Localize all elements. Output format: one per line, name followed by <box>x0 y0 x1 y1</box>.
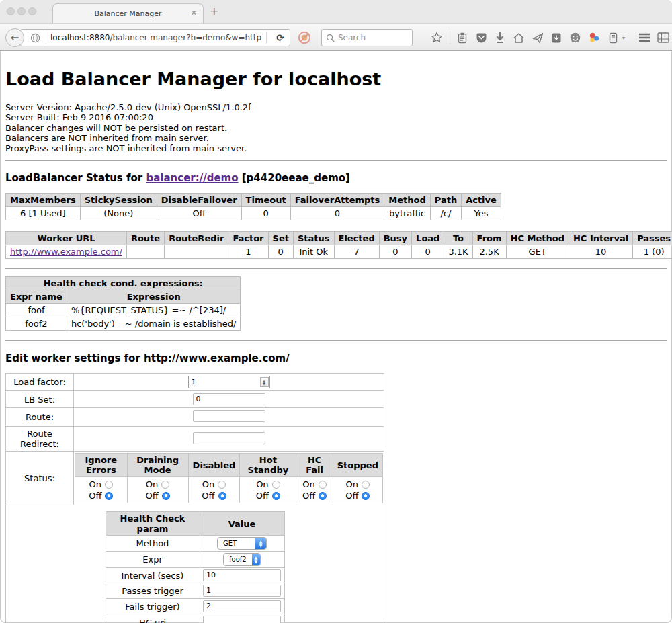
load-factor-input[interactable]: 1 ▲▼ <box>188 376 270 388</box>
smiley-icon[interactable] <box>569 32 582 44</box>
pocket-icon[interactable] <box>475 32 488 44</box>
draining-mode-on-radio[interactable] <box>161 481 169 489</box>
window-minimize-button[interactable] <box>17 7 26 15</box>
hc-interval-label: Interval (secs) <box>106 568 200 583</box>
radio-on-label: On <box>202 479 214 490</box>
hc-method-select[interactable]: GET ▲▼ <box>217 537 267 550</box>
window-close-button[interactable] <box>7 7 15 15</box>
hc-fail-off-radio[interactable] <box>319 492 327 500</box>
cell-failoverattempts: 0 <box>290 207 384 220</box>
server-info: Server Version: Apache/2.5.0-dev (Unix) … <box>5 95 667 153</box>
column-header: Worker URL <box>6 232 127 245</box>
search-placeholder: Search <box>338 33 366 42</box>
hc-interval-input[interactable]: 10 <box>203 569 281 581</box>
reload-icon[interactable]: ⟳ <box>271 32 290 43</box>
route-redirect-label: Route Redirect: <box>6 427 74 452</box>
column-header: Stopped <box>333 454 382 477</box>
tab-title: Balancer Manager <box>94 9 161 18</box>
radio-off-label: Off <box>345 490 358 501</box>
edit-worker-form: Load factor: 1 ▲▼ LB Set: 0 Route: Route… <box>5 373 384 623</box>
clipboard-icon[interactable] <box>456 32 469 44</box>
hot-standby-off-radio[interactable] <box>272 492 280 500</box>
hc-passes-input[interactable]: 1 <box>203 585 281 597</box>
window-zoom-button[interactable] <box>28 7 36 15</box>
send-icon[interactable] <box>532 32 544 44</box>
disabled-off-radio[interactable] <box>218 492 226 500</box>
select-arrows-icon: ▲▼ <box>252 554 260 565</box>
search-icon <box>326 34 335 42</box>
lb-set-input[interactable]: 0 <box>193 393 265 405</box>
hamburger-menu-icon[interactable] <box>638 32 650 44</box>
colored-dots-icon[interactable] <box>588 32 601 44</box>
cell-path: /c/ <box>430 207 461 220</box>
edit-worker-heading: Edit worker settings for http://www.exam… <box>5 352 667 364</box>
column-header: MaxMembers <box>6 194 81 207</box>
cell-expr-name: foof2 <box>6 317 67 331</box>
grid-icon[interactable] <box>657 32 669 44</box>
hc-row-passes: Passes trigger 1 <box>106 583 284 599</box>
toolbar-separator <box>631 32 632 44</box>
hc-uri-label: HC uri <box>106 614 200 623</box>
form-row-route-redirect: Route Redirect: <box>6 427 384 452</box>
status-cell: Ignore Errors Draining Mode Disabled Hot… <box>74 452 384 505</box>
form-row-lb-set: LB Set: 0 <box>6 391 384 408</box>
hc-fail-on-radio[interactable] <box>319 481 327 489</box>
url-domain: localhost:8880 <box>50 33 110 42</box>
ignore-errors-off-radio[interactable] <box>105 492 113 500</box>
download-arrow-icon[interactable] <box>494 32 507 44</box>
column-header: HC Interval <box>569 232 632 245</box>
column-header: To <box>444 232 472 245</box>
number-stepper-icon[interactable]: ▲▼ <box>260 377 269 387</box>
hc-row-interval: Interval (secs) 10 <box>106 568 284 583</box>
tab-balancer-manager[interactable]: Balancer Manager ✕ <box>52 3 204 23</box>
table-title-row: Health check cond. expressions: <box>6 277 241 290</box>
sidebar-panel-icon[interactable] <box>607 32 620 44</box>
column-header: Method <box>384 194 430 207</box>
cell-timeout: 0 <box>241 207 290 220</box>
hc-fails-input[interactable]: 2 <box>203 600 281 612</box>
new-tab-button[interactable]: + <box>210 6 218 17</box>
search-bar[interactable]: Search <box>321 29 413 46</box>
tab-close-icon[interactable]: ✕ <box>191 9 197 17</box>
stopped-on-radio[interactable] <box>362 481 370 489</box>
hot-standby-on-radio[interactable] <box>272 481 280 489</box>
hc-uri-input[interactable] <box>203 616 281 623</box>
chevron-down-icon[interactable]: ▾ <box>622 35 625 41</box>
cell-set: 0 <box>268 245 293 259</box>
star-icon[interactable] <box>431 32 444 44</box>
cell-elected: 7 <box>334 245 379 259</box>
column-header: Busy <box>379 232 411 245</box>
hc-row-fails: Fails trigger) 2 <box>106 599 284 614</box>
worker-status-table: Worker URL Route RouteRedir Factor Set S… <box>5 231 672 259</box>
cell-routeredir <box>165 245 228 259</box>
radio-off-label: Off <box>89 490 101 501</box>
route-input[interactable] <box>193 410 265 422</box>
route-redirect-input[interactable] <box>193 432 265 444</box>
worker-url-link[interactable]: http://www.example.com/ <box>10 247 122 257</box>
cell-worker-url: http://www.example.com/ <box>6 245 127 259</box>
hc-expr-select[interactable]: foof2 ▲▼ <box>223 553 261 566</box>
draining-mode-off-radio[interactable] <box>162 492 170 500</box>
status-stopped-cell: On Off <box>333 477 382 503</box>
status-draining-mode-cell: On Off <box>127 477 188 503</box>
home-icon[interactable] <box>513 32 526 44</box>
tab-bar: Balancer Manager ✕ + <box>0 0 672 23</box>
balancer-demo-link[interactable]: balancer://demo <box>146 172 238 184</box>
inherit-note-line: Balancers are NOT inherited from main se… <box>5 133 667 143</box>
hc-method-value: GET <box>218 538 255 549</box>
radio-on-label: On <box>146 479 158 490</box>
disabled-on-radio[interactable] <box>218 481 226 489</box>
back-button[interactable]: ← <box>5 28 24 47</box>
stopped-off-radio[interactable] <box>362 492 370 500</box>
proxypass-note-line: ProxyPass settings are NOT inherited fro… <box>5 143 667 153</box>
save-box-icon[interactable] <box>550 32 563 44</box>
ignore-errors-on-radio[interactable] <box>105 481 113 489</box>
cell-route <box>126 245 164 259</box>
cell-stickysession: (None) <box>80 207 157 220</box>
content-blocked-icon[interactable] <box>298 31 311 44</box>
url-bar[interactable]: localhost:8880/balancer-manager?b=demo&w… <box>20 29 290 46</box>
form-row-status: Status: Ignore Errors Draining Mode Disa… <box>6 452 384 505</box>
load-factor-cell: 1 ▲▼ <box>74 374 384 391</box>
cell-load: 0 <box>412 245 444 259</box>
url-text[interactable]: localhost:8880/balancer-manager?b=demo&w… <box>50 33 262 42</box>
